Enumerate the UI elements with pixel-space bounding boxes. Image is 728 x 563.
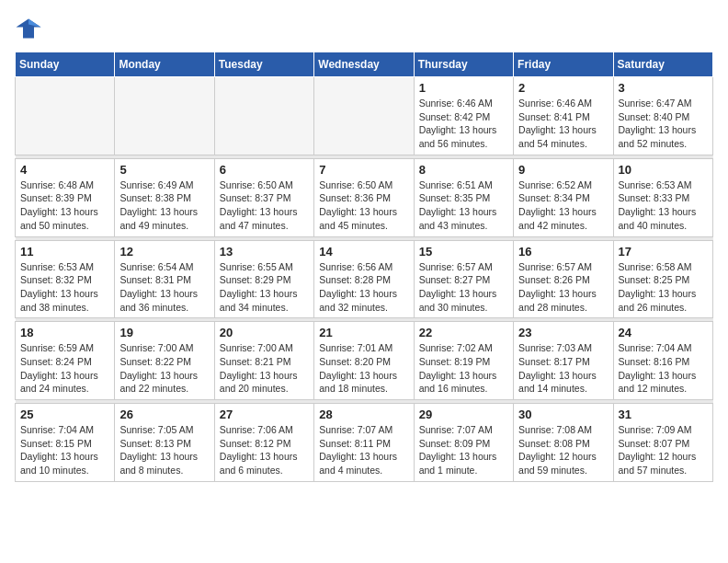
- day-info: Sunrise: 6:53 AM Sunset: 8:33 PM Dayligh…: [619, 178, 708, 233]
- calendar-cell: 16Sunrise: 6:57 AM Sunset: 8:26 PM Dayli…: [514, 240, 613, 318]
- day-number: 27: [220, 408, 309, 421]
- day-info: Sunrise: 6:47 AM Sunset: 8:40 PM Dayligh…: [619, 97, 708, 151]
- day-info: Sunrise: 7:06 AM Sunset: 8:12 PM Dayligh…: [220, 423, 309, 477]
- calendar-cell: 1Sunrise: 6:46 AM Sunset: 8:42 PM Daylig…: [414, 77, 513, 155]
- calendar-week-row: 1Sunrise: 6:46 AM Sunset: 8:42 PM Daylig…: [16, 77, 713, 155]
- day-number: 24: [619, 326, 708, 339]
- calendar-cell: 22Sunrise: 7:02 AM Sunset: 8:19 PM Dayli…: [414, 322, 513, 400]
- day-info: Sunrise: 7:01 AM Sunset: 8:20 PM Dayligh…: [319, 341, 408, 396]
- calendar-week-row: 11Sunrise: 6:53 AM Sunset: 8:32 PM Dayli…: [16, 240, 713, 318]
- day-number: 26: [119, 408, 209, 421]
- calendar-cell: 8Sunrise: 6:51 AM Sunset: 8:35 PM Daylig…: [414, 158, 513, 236]
- day-number: 1: [419, 81, 508, 95]
- day-info: Sunrise: 6:54 AM Sunset: 8:31 PM Dayligh…: [119, 260, 209, 315]
- day-info: Sunrise: 6:50 AM Sunset: 8:36 PM Dayligh…: [319, 178, 408, 233]
- calendar-cell: 31Sunrise: 7:09 AM Sunset: 8:07 PM Dayli…: [613, 404, 712, 482]
- calendar-cell: 23Sunrise: 7:03 AM Sunset: 8:17 PM Dayli…: [514, 322, 613, 400]
- calendar-cell: 7Sunrise: 6:50 AM Sunset: 8:36 PM Daylig…: [314, 158, 414, 236]
- calendar-cell: 11Sunrise: 6:53 AM Sunset: 8:32 PM Dayli…: [16, 240, 115, 318]
- page-header: [15, 15, 713, 42]
- calendar-cell: 27Sunrise: 7:06 AM Sunset: 8:12 PM Dayli…: [214, 404, 313, 482]
- calendar-cell: 29Sunrise: 7:07 AM Sunset: 8:09 PM Dayli…: [414, 404, 513, 482]
- day-info: Sunrise: 7:07 AM Sunset: 8:09 PM Dayligh…: [419, 423, 508, 477]
- day-number: 17: [619, 245, 708, 259]
- day-number: 9: [518, 163, 608, 177]
- day-number: 13: [220, 245, 309, 259]
- calendar-cell: 26Sunrise: 7:05 AM Sunset: 8:13 PM Dayli…: [115, 404, 214, 482]
- calendar-week-row: 4Sunrise: 6:48 AM Sunset: 8:39 PM Daylig…: [16, 158, 713, 236]
- day-number: 28: [319, 408, 408, 421]
- day-number: 29: [419, 408, 508, 421]
- day-info: Sunrise: 7:00 AM Sunset: 8:21 PM Dayligh…: [220, 341, 309, 396]
- calendar-cell: 3Sunrise: 6:47 AM Sunset: 8:40 PM Daylig…: [613, 77, 712, 155]
- day-info: Sunrise: 6:46 AM Sunset: 8:42 PM Dayligh…: [419, 97, 508, 151]
- day-number: 6: [220, 163, 309, 177]
- day-number: 20: [220, 326, 309, 339]
- calendar-cell: 21Sunrise: 7:01 AM Sunset: 8:20 PM Dayli…: [314, 322, 414, 400]
- day-info: Sunrise: 6:59 AM Sunset: 8:24 PM Dayligh…: [20, 341, 109, 396]
- calendar-cell: 19Sunrise: 7:00 AM Sunset: 8:22 PM Dayli…: [115, 322, 214, 400]
- calendar-cell: 28Sunrise: 7:07 AM Sunset: 8:11 PM Dayli…: [314, 404, 414, 482]
- day-info: Sunrise: 7:08 AM Sunset: 8:08 PM Dayligh…: [518, 423, 608, 477]
- calendar-table: SundayMondayTuesdayWednesdayThursdayFrid…: [15, 52, 713, 482]
- day-number: 7: [319, 163, 408, 177]
- day-number: 31: [619, 408, 708, 421]
- calendar-header-row: SundayMondayTuesdayWednesdayThursdayFrid…: [16, 52, 713, 77]
- day-number: 14: [319, 245, 408, 259]
- calendar-cell: 18Sunrise: 6:59 AM Sunset: 8:24 PM Dayli…: [16, 322, 115, 400]
- day-number: 21: [319, 326, 408, 339]
- calendar-cell: 20Sunrise: 7:00 AM Sunset: 8:21 PM Dayli…: [214, 322, 313, 400]
- calendar-cell: 9Sunrise: 6:52 AM Sunset: 8:34 PM Daylig…: [514, 158, 613, 236]
- day-number: 22: [419, 326, 508, 339]
- day-number: 11: [20, 245, 109, 259]
- day-number: 30: [518, 408, 608, 421]
- day-info: Sunrise: 7:05 AM Sunset: 8:13 PM Dayligh…: [119, 423, 209, 477]
- day-info: Sunrise: 6:51 AM Sunset: 8:35 PM Dayligh…: [419, 178, 508, 233]
- calendar-cell: 15Sunrise: 6:57 AM Sunset: 8:27 PM Dayli…: [414, 240, 513, 318]
- day-info: Sunrise: 6:52 AM Sunset: 8:34 PM Dayligh…: [518, 178, 608, 233]
- day-number: 25: [20, 408, 109, 421]
- calendar-cell: [16, 77, 115, 155]
- calendar-cell: 2Sunrise: 6:46 AM Sunset: 8:41 PM Daylig…: [514, 77, 613, 155]
- day-info: Sunrise: 6:48 AM Sunset: 8:39 PM Dayligh…: [20, 178, 109, 233]
- logo-bird-icon: [15, 15, 42, 42]
- day-number: 18: [20, 326, 109, 339]
- column-header-saturday: Saturday: [613, 52, 712, 77]
- day-info: Sunrise: 6:58 AM Sunset: 8:25 PM Dayligh…: [619, 260, 708, 315]
- day-number: 16: [518, 245, 608, 259]
- day-info: Sunrise: 7:04 AM Sunset: 8:16 PM Dayligh…: [619, 341, 708, 396]
- day-number: 12: [119, 245, 209, 259]
- column-header-monday: Monday: [115, 52, 214, 77]
- day-number: 10: [619, 163, 708, 177]
- calendar-cell: 13Sunrise: 6:55 AM Sunset: 8:29 PM Dayli…: [214, 240, 313, 318]
- calendar-cell: 25Sunrise: 7:04 AM Sunset: 8:15 PM Dayli…: [16, 404, 115, 482]
- column-header-wednesday: Wednesday: [314, 52, 414, 77]
- day-info: Sunrise: 6:57 AM Sunset: 8:26 PM Dayligh…: [518, 260, 608, 315]
- calendar-cell: 14Sunrise: 6:56 AM Sunset: 8:28 PM Dayli…: [314, 240, 414, 318]
- day-info: Sunrise: 7:00 AM Sunset: 8:22 PM Dayligh…: [119, 341, 209, 396]
- day-info: Sunrise: 6:56 AM Sunset: 8:28 PM Dayligh…: [319, 260, 408, 315]
- day-info: Sunrise: 6:50 AM Sunset: 8:37 PM Dayligh…: [220, 178, 309, 233]
- calendar-week-row: 25Sunrise: 7:04 AM Sunset: 8:15 PM Dayli…: [16, 404, 713, 482]
- calendar-cell: 30Sunrise: 7:08 AM Sunset: 8:08 PM Dayli…: [514, 404, 613, 482]
- day-info: Sunrise: 7:03 AM Sunset: 8:17 PM Dayligh…: [518, 341, 608, 396]
- day-info: Sunrise: 7:04 AM Sunset: 8:15 PM Dayligh…: [20, 423, 109, 477]
- calendar-cell: 12Sunrise: 6:54 AM Sunset: 8:31 PM Dayli…: [115, 240, 214, 318]
- calendar-cell: 17Sunrise: 6:58 AM Sunset: 8:25 PM Dayli…: [613, 240, 712, 318]
- calendar-cell: [214, 77, 313, 155]
- day-info: Sunrise: 6:46 AM Sunset: 8:41 PM Dayligh…: [518, 97, 608, 151]
- calendar-week-row: 18Sunrise: 6:59 AM Sunset: 8:24 PM Dayli…: [16, 322, 713, 400]
- day-info: Sunrise: 6:49 AM Sunset: 8:38 PM Dayligh…: [119, 178, 209, 233]
- day-number: 19: [119, 326, 209, 339]
- calendar-cell: 6Sunrise: 6:50 AM Sunset: 8:37 PM Daylig…: [214, 158, 313, 236]
- day-info: Sunrise: 7:09 AM Sunset: 8:07 PM Dayligh…: [619, 423, 708, 477]
- calendar-cell: 24Sunrise: 7:04 AM Sunset: 8:16 PM Dayli…: [613, 322, 712, 400]
- column-header-thursday: Thursday: [414, 52, 513, 77]
- calendar-cell: 4Sunrise: 6:48 AM Sunset: 8:39 PM Daylig…: [16, 158, 115, 236]
- day-number: 5: [119, 163, 209, 177]
- day-info: Sunrise: 6:55 AM Sunset: 8:29 PM Dayligh…: [220, 260, 309, 315]
- day-info: Sunrise: 6:53 AM Sunset: 8:32 PM Dayligh…: [20, 260, 109, 315]
- day-info: Sunrise: 6:57 AM Sunset: 8:27 PM Dayligh…: [419, 260, 508, 315]
- calendar-cell: [115, 77, 214, 155]
- column-header-friday: Friday: [514, 52, 613, 77]
